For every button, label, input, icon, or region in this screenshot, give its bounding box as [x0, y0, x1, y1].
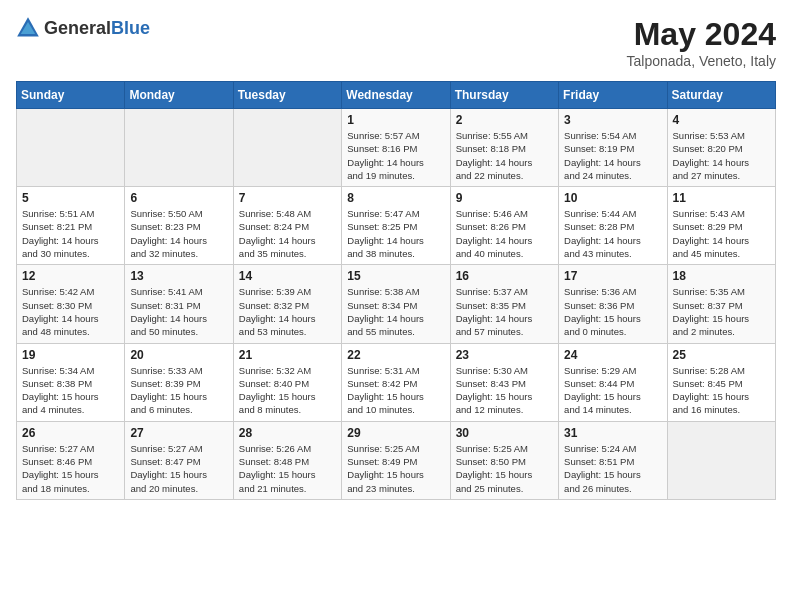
calendar-cell: 31Sunrise: 5:24 AM Sunset: 8:51 PM Dayli…	[559, 421, 667, 499]
calendar-cell: 30Sunrise: 5:25 AM Sunset: 8:50 PM Dayli…	[450, 421, 558, 499]
day-info: Sunrise: 5:35 AM Sunset: 8:37 PM Dayligh…	[673, 285, 770, 338]
title-block: May 2024 Talponada, Veneto, Italy	[627, 16, 776, 69]
month-year-title: May 2024	[627, 16, 776, 53]
col-header-monday: Monday	[125, 82, 233, 109]
day-number: 23	[456, 348, 553, 362]
day-info: Sunrise: 5:32 AM Sunset: 8:40 PM Dayligh…	[239, 364, 336, 417]
day-info: Sunrise: 5:41 AM Sunset: 8:31 PM Dayligh…	[130, 285, 227, 338]
day-number: 28	[239, 426, 336, 440]
day-info: Sunrise: 5:50 AM Sunset: 8:23 PM Dayligh…	[130, 207, 227, 260]
col-header-tuesday: Tuesday	[233, 82, 341, 109]
logo-text-blue: Blue	[111, 18, 150, 38]
day-number: 7	[239, 191, 336, 205]
col-header-friday: Friday	[559, 82, 667, 109]
logo-text-general: General	[44, 18, 111, 38]
day-number: 26	[22, 426, 119, 440]
day-number: 2	[456, 113, 553, 127]
day-info: Sunrise: 5:33 AM Sunset: 8:39 PM Dayligh…	[130, 364, 227, 417]
page-header: GeneralBlue May 2024 Talponada, Veneto, …	[16, 16, 776, 69]
day-number: 3	[564, 113, 661, 127]
day-number: 18	[673, 269, 770, 283]
day-info: Sunrise: 5:55 AM Sunset: 8:18 PM Dayligh…	[456, 129, 553, 182]
day-info: Sunrise: 5:42 AM Sunset: 8:30 PM Dayligh…	[22, 285, 119, 338]
calendar-cell: 14Sunrise: 5:39 AM Sunset: 8:32 PM Dayli…	[233, 265, 341, 343]
calendar-cell: 21Sunrise: 5:32 AM Sunset: 8:40 PM Dayli…	[233, 343, 341, 421]
day-info: Sunrise: 5:27 AM Sunset: 8:47 PM Dayligh…	[130, 442, 227, 495]
calendar-cell: 5Sunrise: 5:51 AM Sunset: 8:21 PM Daylig…	[17, 187, 125, 265]
calendar-cell: 3Sunrise: 5:54 AM Sunset: 8:19 PM Daylig…	[559, 109, 667, 187]
day-info: Sunrise: 5:25 AM Sunset: 8:50 PM Dayligh…	[456, 442, 553, 495]
day-number: 31	[564, 426, 661, 440]
calendar-cell	[233, 109, 341, 187]
calendar-cell: 12Sunrise: 5:42 AM Sunset: 8:30 PM Dayli…	[17, 265, 125, 343]
calendar-cell: 25Sunrise: 5:28 AM Sunset: 8:45 PM Dayli…	[667, 343, 775, 421]
day-info: Sunrise: 5:43 AM Sunset: 8:29 PM Dayligh…	[673, 207, 770, 260]
day-number: 21	[239, 348, 336, 362]
calendar-cell: 16Sunrise: 5:37 AM Sunset: 8:35 PM Dayli…	[450, 265, 558, 343]
col-header-saturday: Saturday	[667, 82, 775, 109]
calendar-cell: 20Sunrise: 5:33 AM Sunset: 8:39 PM Dayli…	[125, 343, 233, 421]
day-info: Sunrise: 5:51 AM Sunset: 8:21 PM Dayligh…	[22, 207, 119, 260]
day-info: Sunrise: 5:38 AM Sunset: 8:34 PM Dayligh…	[347, 285, 444, 338]
day-info: Sunrise: 5:54 AM Sunset: 8:19 PM Dayligh…	[564, 129, 661, 182]
calendar-cell: 1Sunrise: 5:57 AM Sunset: 8:16 PM Daylig…	[342, 109, 450, 187]
day-number: 19	[22, 348, 119, 362]
day-info: Sunrise: 5:28 AM Sunset: 8:45 PM Dayligh…	[673, 364, 770, 417]
col-header-wednesday: Wednesday	[342, 82, 450, 109]
calendar-cell: 6Sunrise: 5:50 AM Sunset: 8:23 PM Daylig…	[125, 187, 233, 265]
day-number: 22	[347, 348, 444, 362]
day-info: Sunrise: 5:36 AM Sunset: 8:36 PM Dayligh…	[564, 285, 661, 338]
calendar-table: SundayMondayTuesdayWednesdayThursdayFrid…	[16, 81, 776, 500]
day-info: Sunrise: 5:27 AM Sunset: 8:46 PM Dayligh…	[22, 442, 119, 495]
col-header-sunday: Sunday	[17, 82, 125, 109]
day-info: Sunrise: 5:39 AM Sunset: 8:32 PM Dayligh…	[239, 285, 336, 338]
day-number: 29	[347, 426, 444, 440]
day-info: Sunrise: 5:47 AM Sunset: 8:25 PM Dayligh…	[347, 207, 444, 260]
calendar-cell: 29Sunrise: 5:25 AM Sunset: 8:49 PM Dayli…	[342, 421, 450, 499]
logo: GeneralBlue	[16, 16, 150, 40]
calendar-week-row: 26Sunrise: 5:27 AM Sunset: 8:46 PM Dayli…	[17, 421, 776, 499]
calendar-cell: 19Sunrise: 5:34 AM Sunset: 8:38 PM Dayli…	[17, 343, 125, 421]
day-number: 6	[130, 191, 227, 205]
day-info: Sunrise: 5:24 AM Sunset: 8:51 PM Dayligh…	[564, 442, 661, 495]
day-info: Sunrise: 5:26 AM Sunset: 8:48 PM Dayligh…	[239, 442, 336, 495]
calendar-cell: 24Sunrise: 5:29 AM Sunset: 8:44 PM Dayli…	[559, 343, 667, 421]
day-number: 9	[456, 191, 553, 205]
calendar-cell: 8Sunrise: 5:47 AM Sunset: 8:25 PM Daylig…	[342, 187, 450, 265]
day-number: 1	[347, 113, 444, 127]
day-info: Sunrise: 5:37 AM Sunset: 8:35 PM Dayligh…	[456, 285, 553, 338]
calendar-week-row: 12Sunrise: 5:42 AM Sunset: 8:30 PM Dayli…	[17, 265, 776, 343]
calendar-cell: 2Sunrise: 5:55 AM Sunset: 8:18 PM Daylig…	[450, 109, 558, 187]
calendar-cell: 4Sunrise: 5:53 AM Sunset: 8:20 PM Daylig…	[667, 109, 775, 187]
location-subtitle: Talponada, Veneto, Italy	[627, 53, 776, 69]
day-info: Sunrise: 5:29 AM Sunset: 8:44 PM Dayligh…	[564, 364, 661, 417]
calendar-week-row: 19Sunrise: 5:34 AM Sunset: 8:38 PM Dayli…	[17, 343, 776, 421]
day-number: 13	[130, 269, 227, 283]
calendar-cell: 26Sunrise: 5:27 AM Sunset: 8:46 PM Dayli…	[17, 421, 125, 499]
calendar-cell	[17, 109, 125, 187]
calendar-cell	[125, 109, 233, 187]
day-info: Sunrise: 5:53 AM Sunset: 8:20 PM Dayligh…	[673, 129, 770, 182]
day-number: 27	[130, 426, 227, 440]
calendar-week-row: 1Sunrise: 5:57 AM Sunset: 8:16 PM Daylig…	[17, 109, 776, 187]
day-number: 10	[564, 191, 661, 205]
calendar-cell: 22Sunrise: 5:31 AM Sunset: 8:42 PM Dayli…	[342, 343, 450, 421]
calendar-cell: 27Sunrise: 5:27 AM Sunset: 8:47 PM Dayli…	[125, 421, 233, 499]
day-number: 8	[347, 191, 444, 205]
calendar-cell: 9Sunrise: 5:46 AM Sunset: 8:26 PM Daylig…	[450, 187, 558, 265]
day-info: Sunrise: 5:30 AM Sunset: 8:43 PM Dayligh…	[456, 364, 553, 417]
day-number: 16	[456, 269, 553, 283]
calendar-cell: 11Sunrise: 5:43 AM Sunset: 8:29 PM Dayli…	[667, 187, 775, 265]
calendar-header-row: SundayMondayTuesdayWednesdayThursdayFrid…	[17, 82, 776, 109]
calendar-cell: 17Sunrise: 5:36 AM Sunset: 8:36 PM Dayli…	[559, 265, 667, 343]
calendar-cell: 15Sunrise: 5:38 AM Sunset: 8:34 PM Dayli…	[342, 265, 450, 343]
day-number: 30	[456, 426, 553, 440]
day-info: Sunrise: 5:57 AM Sunset: 8:16 PM Dayligh…	[347, 129, 444, 182]
day-number: 14	[239, 269, 336, 283]
day-info: Sunrise: 5:34 AM Sunset: 8:38 PM Dayligh…	[22, 364, 119, 417]
calendar-cell: 28Sunrise: 5:26 AM Sunset: 8:48 PM Dayli…	[233, 421, 341, 499]
day-number: 11	[673, 191, 770, 205]
calendar-cell: 10Sunrise: 5:44 AM Sunset: 8:28 PM Dayli…	[559, 187, 667, 265]
day-info: Sunrise: 5:44 AM Sunset: 8:28 PM Dayligh…	[564, 207, 661, 260]
day-info: Sunrise: 5:25 AM Sunset: 8:49 PM Dayligh…	[347, 442, 444, 495]
